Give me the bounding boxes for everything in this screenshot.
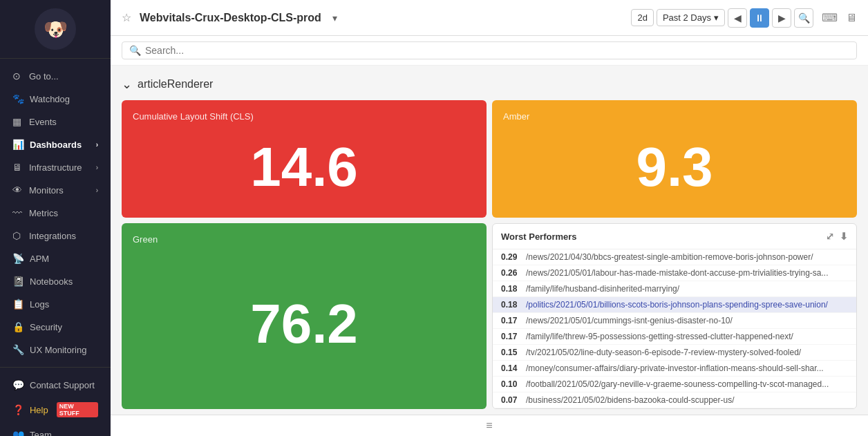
sidebar-item-security[interactable]: 🔒 Security — [3, 316, 108, 338]
metric-card-green: Green 76.2 — [122, 223, 487, 409]
worst-performers-rows: 0.29 /news/2021/04/30/bbcs-greatest-sing… — [493, 249, 856, 408]
worst-performers-panel: Worst Performers ⤢ ⬇ 0.29 /news/2021/04/… — [492, 223, 857, 409]
sidebar-item-goto[interactable]: ⊙ Go to... — [3, 65, 108, 87]
sidebar-item-label: Help — [30, 405, 48, 415]
prev-btn[interactable]: ◀ — [728, 8, 747, 28]
section-header: ⌄ articleRenderer — [122, 77, 857, 92]
sidebar: 🐶 ⊙ Go to... 🐾 Watchdog ▦ Events 📊 Dashb… — [0, 0, 111, 436]
sidebar-item-label: APM — [30, 254, 49, 264]
integrations-icon: ⬡ — [12, 230, 23, 241]
collapse-icon[interactable]: ⌄ — [122, 77, 132, 92]
table-row: 0.07 /business/2021/05/02/bidens-bazooka… — [493, 392, 856, 408]
url-value[interactable]: /money/consumer-affairs/diary-private-in… — [526, 363, 848, 373]
sidebar-item-integrations[interactable]: ⬡ Integrations — [3, 225, 108, 247]
score-value: 0.17 — [501, 332, 526, 341]
favorite-icon[interactable]: ☆ — [122, 11, 131, 24]
metric-label-cls: Cumulative Layout Shift (CLS) — [133, 111, 475, 122]
sidebar-item-label: Notebooks — [30, 276, 73, 287]
sidebar-item-events[interactable]: ▦ Events — [3, 111, 108, 133]
sidebar-item-notebooks[interactable]: 📓 Notebooks — [3, 270, 108, 292]
play-pause-btn[interactable]: ⏸ — [750, 8, 769, 28]
sidebar-item-label: Monitors — [29, 185, 64, 196]
search-bar: 🔍 — [111, 36, 868, 66]
sidebar-item-metrics[interactable]: 〰 Metrics — [3, 202, 108, 224]
sidebar-item-help[interactable]: ❓ Help NEW STUFF — [3, 397, 108, 423]
logo-area: 🐶 — [0, 0, 111, 59]
page-title: Webvitals-Crux-Desktop-CLS-prod — [140, 12, 321, 24]
sidebar-item-logs[interactable]: 📋 Logs — [3, 293, 108, 315]
sidebar-item-label: Team — [30, 430, 52, 437]
url-value[interactable]: /business/2021/05/02/bidens-bazooka-coul… — [526, 395, 848, 405]
url-value[interactable]: /news/2021/05/01/cummings-isnt-genius-di… — [526, 316, 848, 325]
sidebar-item-monitors[interactable]: 👁 Monitors › — [3, 179, 108, 201]
search-btn[interactable]: 🔍 — [794, 8, 813, 28]
arrow-icon: › — [96, 164, 98, 171]
sidebar-item-infrastructure[interactable]: 🖥 Infrastructure › — [3, 156, 108, 178]
url-value[interactable]: /family/life/threw-95-possessions-gettin… — [526, 332, 848, 341]
section-title: articleRenderer — [138, 78, 213, 91]
metrics-icon: 〰 — [12, 207, 23, 218]
monitor-icon[interactable]: 🖥 — [846, 12, 857, 24]
url-value[interactable]: /news/2021/04/30/bbcs-greatest-single-am… — [526, 252, 848, 262]
sidebar-item-team[interactable]: 👥 Team — [3, 424, 108, 436]
sidebar-nav: ⊙ Go to... 🐾 Watchdog ▦ Events 📊 Dashboa… — [0, 59, 111, 367]
score-value: 0.15 — [501, 348, 526, 357]
url-value[interactable]: /politics/2021/05/01/billions-scots-bori… — [526, 300, 848, 310]
arrow-icon: › — [96, 187, 98, 194]
table-row: 0.10 /football/2021/05/02/gary-neville-v… — [493, 377, 856, 392]
logo-icon: 🐶 — [35, 8, 76, 50]
topbar: ☆ Webvitals-Crux-Desktop-CLS-prod ▾ 2d P… — [111, 0, 868, 36]
sidebar-item-contact-support[interactable]: 💬 Contact Support — [3, 374, 108, 396]
download-icon[interactable]: ⬇ — [840, 231, 848, 242]
search-icon: 🔍 — [129, 45, 141, 56]
expand-icon[interactable]: ⤢ — [826, 231, 834, 242]
new-stuff-badge: NEW STUFF — [57, 402, 98, 417]
main-content: ☆ Webvitals-Crux-Desktop-CLS-prod ▾ 2d P… — [111, 0, 868, 436]
monitors-icon: 👁 — [12, 184, 23, 196]
sidebar-item-apm[interactable]: 📡 APM — [3, 247, 108, 269]
search-input[interactable] — [145, 45, 849, 56]
logs-icon: 📋 — [12, 298, 24, 310]
time-badge[interactable]: 2d — [631, 9, 653, 26]
sidebar-bottom: 💬 Contact Support ❓ Help NEW STUFF 👥 Tea… — [0, 367, 111, 436]
metric-value-amber: 9.3 — [503, 127, 846, 207]
keyboard-icon[interactable]: ⌨ — [822, 11, 838, 24]
sidebar-item-dashboards[interactable]: 📊 Dashboards › — [3, 133, 108, 155]
contact-support-icon: 💬 — [12, 379, 24, 390]
score-value: 0.18 — [501, 284, 526, 294]
sidebar-item-ux-monitoring[interactable]: 🔧 UX Monitoring — [3, 339, 108, 361]
score-value: 0.18 — [501, 300, 526, 310]
next-btn[interactable]: ▶ — [772, 8, 791, 28]
sidebar-item-label: Contact Support — [30, 380, 95, 390]
sidebar-item-label: Go to... — [29, 71, 59, 82]
arrow-icon: › — [96, 141, 98, 149]
sidebar-item-label: Logs — [30, 299, 49, 310]
sidebar-item-watchdog[interactable]: 🐾 Watchdog — [3, 88, 108, 110]
metric-card-cls: Cumulative Layout Shift (CLS) 14.6 — [122, 100, 487, 218]
sidebar-item-label: Infrastructure — [29, 162, 82, 173]
sidebar-item-label: Metrics — [29, 208, 58, 218]
security-icon: 🔒 — [12, 321, 24, 332]
url-value[interactable]: /football/2021/05/02/gary-neville-v-grae… — [526, 379, 848, 389]
sidebar-item-label: Events — [29, 117, 57, 127]
url-value[interactable]: /family/life/husband-disinherited-marryi… — [526, 284, 848, 294]
url-value[interactable]: /tv/2021/05/02/line-duty-season-6-episod… — [526, 348, 848, 357]
sidebar-item-label: Watchdog — [30, 94, 70, 104]
metric-value-green: 76.2 — [133, 250, 475, 398]
sidebar-item-label: UX Monitoring — [30, 345, 86, 355]
worst-performers-header: Worst Performers ⤢ ⬇ — [493, 224, 856, 249]
chevron-down-icon[interactable]: ▾ — [332, 12, 337, 23]
sidebar-item-label: Integrations — [29, 231, 76, 241]
time-range-selector[interactable]: Past 2 Days ▾ — [657, 9, 725, 26]
url-value[interactable]: /news/2021/05/01/labour-has-made-mistake… — [526, 268, 848, 278]
search-input-wrap[interactable]: 🔍 — [122, 41, 857, 59]
metric-label-amber: Amber — [503, 111, 846, 122]
timeline-icon[interactable]: ≡ — [486, 419, 492, 432]
goto-icon: ⊙ — [12, 70, 23, 82]
table-row: 0.15 /tv/2021/05/02/line-duty-season-6-e… — [493, 345, 856, 361]
score-value: 0.29 — [501, 252, 526, 262]
bottom-bar: ≡ — [111, 415, 868, 436]
score-value: 0.17 — [501, 316, 526, 325]
score-value: 0.26 — [501, 268, 526, 278]
watchdog-icon: 🐾 — [12, 93, 24, 104]
